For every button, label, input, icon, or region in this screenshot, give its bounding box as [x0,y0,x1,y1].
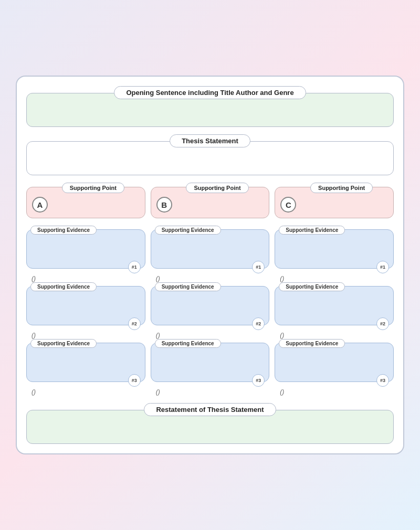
evidence-c-3: Supporting Evidence #3 () [275,339,394,382]
evidence-b-1-label: Supporting Evidence [155,226,221,235]
evidence-a-1-label: Supporting Evidence [30,226,97,235]
evidence-b-1-box[interactable]: #1 [151,229,270,269]
evidence-c-2-wrapper: Supporting Evidence #2 () [275,282,394,325]
evidence-a-2-citation: () [32,332,36,339]
support-point-c: Supporting Point C [275,183,394,218]
evidence-b-1-citation: () [156,275,160,282]
evidence-a-3: Supporting Evidence #3 () [26,339,145,382]
evidence-b-2-wrapper: Supporting Evidence #2 () [151,282,270,325]
evidence-c-3-label: Supporting Evidence [279,339,345,348]
support-point-b: Supporting Point B [151,183,270,218]
letter-c: C [280,197,296,213]
evidence-a-2: Supporting Evidence #2 () [26,282,145,325]
evidence-columns: Supporting Evidence #1 () Supporting Evi… [26,226,394,390]
evidence-c-2: Supporting Evidence #2 () [275,282,394,325]
evidence-a-3-label: Supporting Evidence [30,339,97,348]
support-point-a: Supporting Point A [26,183,145,218]
main-container: Opening Sentence including Title Author … [16,76,404,454]
evidence-b-3-citation: () [156,388,160,396]
evidence-column-b: Supporting Evidence #1 () Supporting Evi… [151,226,270,390]
evidence-a-2-box[interactable]: #2 [26,286,145,325]
support-point-a-label: Supporting Point [62,183,124,193]
opening-section: Opening Sentence including Title Author … [26,86,394,127]
evidence-a-3-citation: () [32,388,36,396]
evidence-c-1-label: Supporting Evidence [279,226,345,235]
evidence-c-3-citation: () [280,388,284,396]
evidence-b-2-badge: #2 [252,317,265,330]
evidence-b-3-wrapper: Supporting Evidence #3 () [151,339,270,382]
evidence-b-1: Supporting Evidence #1 () [151,226,270,269]
evidence-b-3-box[interactable]: #3 [151,343,270,382]
evidence-c-2-label: Supporting Evidence [279,282,345,291]
evidence-b-1-badge: #1 [252,261,265,273]
thesis-section: Thesis Statement [26,134,394,175]
restatement-section: Restatement of Thesis Statement [26,403,394,444]
evidence-column-a: Supporting Evidence #1 () Supporting Evi… [26,226,145,390]
evidence-a-3-wrapper: Supporting Evidence #3 () [26,339,145,382]
evidence-b-2: Supporting Evidence #2 () [151,282,270,325]
evidence-c-1-wrapper: Supporting Evidence #1 () [275,226,394,269]
evidence-a-2-badge: #2 [128,317,141,330]
evidence-a-1: Supporting Evidence #1 () [26,226,145,269]
supporting-points-row: Supporting Point A Supporting Point B Su… [26,183,394,218]
evidence-a-1-wrapper: Supporting Evidence #1 () [26,226,145,269]
evidence-b-1-wrapper: Supporting Evidence #1 () [151,226,270,269]
evidence-c-1-box[interactable]: #1 [275,229,394,269]
support-point-c-label: Supporting Point [310,183,373,193]
evidence-b-3-badge: #3 [252,374,265,387]
evidence-c-1: Supporting Evidence #1 () [275,226,394,269]
evidence-b-2-box[interactable]: #2 [151,286,270,325]
evidence-column-c: Supporting Evidence #1 () Supporting Evi… [275,226,394,390]
evidence-b-3-label: Supporting Evidence [155,339,221,348]
opening-label: Opening Sentence including Title Author … [114,86,306,99]
evidence-a-2-wrapper: Supporting Evidence #2 () [26,282,145,325]
evidence-c-1-badge: #1 [376,261,389,273]
support-point-b-label: Supporting Point [186,183,248,193]
evidence-c-3-box[interactable]: #3 [275,343,394,382]
thesis-label: Thesis Statement [170,134,250,147]
restatement-label: Restatement of Thesis Statement [144,403,276,416]
evidence-a-1-badge: #1 [128,261,141,273]
evidence-c-3-badge: #3 [376,374,389,387]
evidence-c-1-citation: () [280,275,284,282]
evidence-b-2-label: Supporting Evidence [155,282,221,291]
evidence-b-2-citation: () [156,332,160,339]
letter-b: B [156,197,172,213]
evidence-c-2-box[interactable]: #2 [275,286,394,325]
evidence-c-3-wrapper: Supporting Evidence #3 () [275,339,394,382]
evidence-a-3-box[interactable]: #3 [26,343,145,382]
evidence-c-2-citation: () [280,332,284,339]
evidence-a-3-badge: #3 [128,374,141,387]
evidence-c-2-badge: #2 [376,317,389,330]
evidence-a-1-box[interactable]: #1 [26,229,145,269]
evidence-b-3: Supporting Evidence #3 () [151,339,270,382]
evidence-a-2-label: Supporting Evidence [30,282,97,291]
letter-a: A [32,197,48,213]
evidence-a-1-citation: () [32,275,36,282]
